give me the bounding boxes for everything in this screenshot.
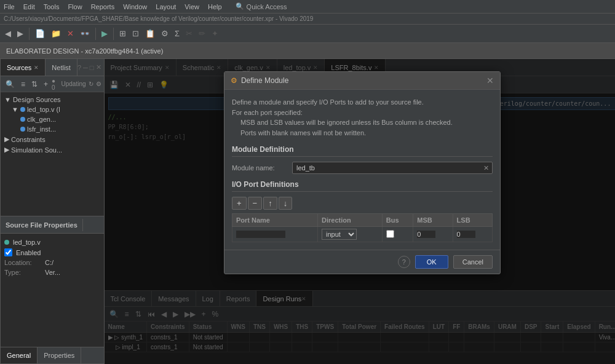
toolbar-settings[interactable]: ⚙: [159, 28, 171, 39]
menu-layout[interactable]: Layout: [156, 3, 176, 10]
menu-edit[interactable]: Edit: [23, 3, 35, 10]
menu-view[interactable]: View: [184, 3, 199, 10]
io-remove-btn[interactable]: −: [248, 197, 263, 210]
io-up-btn[interactable]: ↑: [263, 197, 277, 210]
toolbar-sigma[interactable]: Σ: [172, 28, 182, 39]
panel-help-icon[interactable]: ?: [77, 64, 81, 71]
expand-constraints-arrow[interactable]: ▶: [4, 135, 9, 143]
toolbar-run[interactable]: ▶: [99, 28, 110, 39]
sources-filter-btn[interactable]: ≡: [18, 79, 28, 90]
modal-header: ⚙ Define Module ✕: [224, 72, 500, 90]
toolbar-close[interactable]: ✕: [65, 28, 76, 39]
menu-flow[interactable]: Flow: [68, 3, 82, 10]
sfp-enabled-checkbox[interactable]: [4, 248, 12, 256]
settings-icon[interactable]: ⚙: [96, 81, 101, 87]
io-direction-select[interactable]: input output inout: [322, 229, 357, 240]
io-down-btn[interactable]: ↓: [279, 197, 293, 210]
toolbar-edit1[interactable]: ✏: [196, 28, 208, 39]
general-tab-label: General: [7, 352, 31, 359]
modal-help-btn[interactable]: ?: [398, 256, 410, 268]
modal-overlay: ⚙ Define Module ✕ Define a module and sp…: [105, 59, 616, 364]
io-msb-input[interactable]: [417, 231, 435, 238]
io-port-table: Port Name Direction Bus MSB LSB: [232, 213, 493, 242]
io-add-btn[interactable]: +: [232, 197, 247, 210]
lsfr-label[interactable]: lsfr_inst...: [27, 125, 56, 133]
menu-tools[interactable]: Tools: [44, 3, 60, 10]
modal-gear-icon: ⚙: [231, 76, 237, 85]
modal-info-line4: Ports with blank names will not be writt…: [232, 128, 493, 138]
io-port-definitions-label: I/O Port Definitions: [232, 180, 493, 192]
title-bar: ELABORATED DESIGN - xc7a200tfbg484-1 (ac…: [0, 43, 615, 59]
col-direction[interactable]: Direction: [318, 214, 383, 227]
toolbar-edit2[interactable]: ✦: [209, 28, 221, 39]
expand-led-arrow[interactable]: ▼: [12, 106, 18, 113]
panel-minus-icon[interactable]: ─: [83, 64, 88, 71]
menu-file[interactable]: File: [4, 3, 15, 10]
main-toolbar: ◀ ▶ 📄 📁 ✕ 👓 ▶ ⊞ ⊡ 📋 ⚙ Σ ✂ ✏ ✦: [0, 25, 615, 43]
io-bus-checkbox[interactable]: [386, 230, 394, 238]
sources-add-btn[interactable]: +: [41, 79, 50, 90]
quick-access-area: 🔍 Quick Access: [236, 2, 287, 10]
sfp-enabled-label: Enabled: [16, 249, 41, 256]
col-msb[interactable]: MSB: [413, 214, 453, 227]
led-top-label[interactable]: led_top.v (l: [27, 106, 60, 113]
sfp-enabled-row: Enabled: [4, 247, 100, 258]
io-section: I/O Port Definitions + − ↑ ↓ Port Name: [232, 180, 493, 242]
modal-cancel-btn[interactable]: Cancel: [453, 255, 493, 269]
toolbar-open[interactable]: 📁: [49, 28, 63, 39]
toolbar-glasses[interactable]: 👓: [77, 28, 92, 39]
panel-close-icon[interactable]: ✕: [96, 63, 101, 71]
io-port-row: input output inout: [232, 227, 492, 242]
simulation-label[interactable]: Simulation Sou...: [11, 146, 62, 154]
toolbar-copy[interactable]: 📋: [143, 28, 157, 39]
sources-search-btn[interactable]: 🔍: [3, 79, 17, 90]
properties-tab-label: Properties: [44, 352, 74, 359]
tab-general[interactable]: General: [1, 347, 38, 363]
sfp-filename[interactable]: led_top.v: [13, 239, 41, 246]
panel-restore-icon[interactable]: □: [90, 64, 94, 71]
sfp-type-label: Type:: [4, 269, 41, 276]
toolbar-netlist[interactable]: ⊞: [117, 28, 129, 39]
sources-tab-label: Sources: [7, 64, 31, 71]
sources-tree: ▼ Design Sources ▼ led_top.v (l clk_gen.…: [1, 92, 104, 216]
sources-status: ● 0 Updating ↻ ⚙: [52, 77, 101, 91]
tree-item-led-top-parent: ▼ led_top.v (l: [3, 105, 101, 114]
sources-panel: Sources ✕ Netlist ? ─ □ ✕ 🔍 ≡ ⇅ +: [1, 59, 104, 216]
menu-help[interactable]: Help: [208, 3, 222, 10]
io-lsb-input[interactable]: [457, 231, 475, 238]
menu-window[interactable]: Window: [123, 3, 147, 10]
constraints-label[interactable]: Constraints: [11, 136, 46, 143]
col-lsb[interactable]: LSB: [453, 214, 492, 227]
col-bus[interactable]: Bus: [382, 214, 413, 227]
clk-gen-label[interactable]: clk_gen...: [27, 116, 56, 123]
menu-reports[interactable]: Reports: [91, 3, 115, 10]
sources-expand-btn[interactable]: ⇅: [29, 79, 40, 90]
expand-arrow[interactable]: ▼: [4, 96, 11, 103]
sources-tab-close[interactable]: ✕: [34, 65, 39, 71]
toolbar-back[interactable]: ◀: [2, 28, 14, 39]
toolbar-synth[interactable]: ⊡: [130, 28, 141, 39]
modal-ok-btn[interactable]: OK: [415, 255, 448, 269]
tab-sources[interactable]: Sources ✕: [1, 59, 46, 76]
spinner-icon: ↻: [89, 81, 93, 87]
tab-properties[interactable]: Properties: [38, 347, 81, 363]
tab-netlist[interactable]: Netlist: [46, 59, 77, 76]
modal-close-btn[interactable]: ✕: [486, 76, 494, 85]
toolbar-new[interactable]: 📄: [33, 28, 47, 39]
expand-sim-arrow[interactable]: ▶: [4, 146, 9, 154]
module-definition-label: Module Definition: [232, 145, 493, 157]
sfp-location-label: Location:: [4, 259, 41, 266]
tree-item-simulation: ▶ Simulation Sou...: [3, 144, 101, 155]
toolbar-forward[interactable]: ▶: [15, 28, 26, 39]
module-name-input[interactable]: [293, 162, 480, 173]
tree-item-constraints: ▶ Constraints: [3, 134, 101, 144]
tree-item-lsfr: lsfr_inst...: [3, 124, 101, 134]
col-port-name[interactable]: Port Name: [232, 214, 317, 227]
led-top-dot: [20, 107, 25, 112]
sources-tabs: Sources ✕ Netlist ? ─ □ ✕: [1, 59, 104, 76]
tree-item-design-sources: ▼ Design Sources: [3, 95, 101, 105]
module-name-clear-btn[interactable]: ✕: [480, 163, 492, 173]
io-port-name-input[interactable]: [236, 231, 285, 238]
toolbar-cut[interactable]: ✂: [183, 28, 195, 39]
quick-access-label: Quick Access: [247, 3, 287, 10]
